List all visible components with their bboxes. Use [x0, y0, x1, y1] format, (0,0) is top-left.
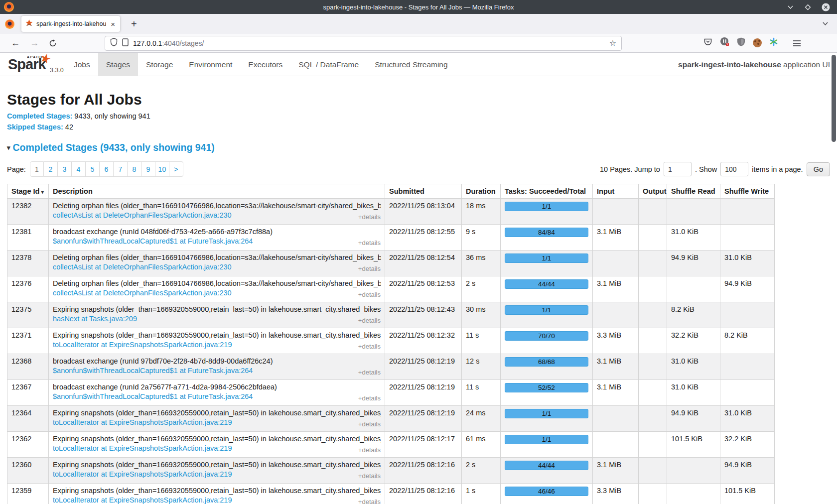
details-toggle[interactable]: +details	[358, 239, 381, 247]
stage-callsite-link[interactable]: toLocalIterator at ExpireSnapshotsSparkA…	[53, 418, 232, 426]
page-button[interactable]: 1	[30, 161, 44, 177]
page-button[interactable]: 6	[100, 161, 114, 177]
input-cell: 3.1 MiB	[593, 380, 639, 406]
spark-nav-item[interactable]: Jobs	[66, 53, 98, 76]
close-icon[interactable]	[822, 3, 830, 11]
header-output[interactable]: Output	[639, 184, 667, 199]
details-toggle[interactable]: +details	[358, 265, 381, 272]
shuffle-write-cell: 94.9 KiB	[720, 276, 775, 302]
header-duration[interactable]: Duration	[462, 184, 501, 199]
pocket-icon[interactable]	[703, 37, 712, 48]
tasks-cell: 1/1	[501, 406, 593, 432]
completed-stages-section-header[interactable]: ▾Completed Stages (9433, only showing 94…	[7, 142, 830, 153]
header-shuffle-read[interactable]: Shuffle Read	[667, 184, 720, 199]
bookmark-star-icon[interactable]: ☆	[609, 38, 616, 48]
details-toggle[interactable]: +details	[358, 394, 381, 402]
spark-nav-item[interactable]: Environment	[181, 53, 240, 76]
page-button[interactable]: 9	[141, 161, 155, 177]
details-toggle[interactable]: +details	[358, 317, 381, 324]
header-tasks[interactable]: Tasks: Succeeded/Total	[501, 184, 593, 199]
details-toggle[interactable]: +details	[358, 343, 381, 350]
url-bar[interactable]: 127.0.0.1:4040/stages/ ☆	[105, 36, 622, 51]
cookie-icon[interactable]	[753, 38, 762, 47]
details-toggle[interactable]: +details	[358, 213, 381, 221]
spark-nav-item[interactable]: Executors	[240, 53, 290, 76]
details-toggle[interactable]: +details	[358, 369, 381, 376]
page-button[interactable]: 5	[86, 161, 100, 177]
details-toggle[interactable]: +details	[358, 472, 381, 480]
scrollbar-thumb[interactable]	[832, 55, 836, 142]
back-icon[interactable]: ←	[6, 38, 25, 48]
stage-callsite-link[interactable]: collectAsList at DeleteOrphanFilesSparkA…	[53, 289, 232, 297]
stage-callsite-link[interactable]: $anonfun$withThreadLocalCaptured$1 at Fu…	[53, 392, 253, 400]
stage-description: Expiring snapshots (older_than=166932055…	[53, 305, 381, 313]
details-toggle[interactable]: +details	[358, 420, 381, 428]
ublock-shield-icon[interactable]	[737, 37, 745, 48]
spark-nav-item[interactable]: Storage	[138, 53, 181, 76]
header-input[interactable]: Input	[593, 184, 639, 199]
stage-callsite-link[interactable]: toLocalIterator at ExpireSnapshotsSparkA…	[53, 444, 232, 452]
items-per-page-input[interactable]	[720, 162, 748, 176]
header-submitted[interactable]: Submitted	[385, 184, 462, 199]
details-toggle[interactable]: +details	[358, 446, 381, 454]
stage-callsite-link[interactable]: toLocalIterator at ExpireSnapshotsSparkA…	[53, 341, 232, 349]
header-description[interactable]: Description	[49, 184, 385, 199]
page-button[interactable]: 2	[44, 161, 58, 177]
input-cell: 3.1 MiB	[593, 354, 639, 380]
tasks-progress-bar: 44/44	[505, 279, 588, 289]
spark-nav-item[interactable]: Stages	[98, 53, 138, 76]
shield-icon[interactable]	[110, 38, 118, 48]
page-info-icon[interactable]	[122, 38, 129, 48]
stage-callsite-link[interactable]: collectAsList at DeleteOrphanFilesSparkA…	[53, 211, 232, 219]
shuffle-write-cell	[720, 354, 775, 380]
stage-id-cell: 12360	[7, 458, 49, 484]
stage-row: 12376 Deleting orphan files (older_than=…	[7, 276, 775, 302]
asterisk-extension-icon[interactable]	[769, 37, 778, 48]
page-button[interactable]: 3	[58, 161, 72, 177]
skipped-stages-link[interactable]: Skipped Stages:	[7, 123, 63, 131]
stage-row: 12375 Expiring snapshots (older_than=166…	[7, 302, 775, 328]
minimize-icon[interactable]	[787, 3, 794, 11]
input-cell	[593, 302, 639, 328]
header-stage-id[interactable]: Stage Id▾	[7, 184, 49, 199]
spark-nav-item[interactable]: Structured Streaming	[367, 53, 455, 76]
reload-icon[interactable]	[44, 39, 62, 47]
stage-callsite-link[interactable]: $anonfun$withThreadLocalCaptured$1 at Fu…	[53, 367, 253, 375]
stage-callsite-link[interactable]: $anonfun$withThreadLocalCaptured$1 at Fu…	[53, 237, 253, 245]
details-toggle[interactable]: +details	[358, 291, 381, 298]
stage-callsite-link[interactable]: toLocalIterator at ExpireSnapshotsSparkA…	[53, 470, 232, 478]
tab-close-icon[interactable]: ×	[110, 20, 116, 28]
stage-row: 12367 broadcast exchange (runId 2a75677f…	[7, 380, 775, 406]
stage-callsite-link[interactable]: hasNext at Tasks.java:209	[53, 315, 137, 323]
stage-id-cell: 12371	[7, 328, 49, 354]
stage-id-cell: 12359	[7, 484, 49, 504]
page-button[interactable]: 4	[72, 161, 86, 177]
new-tab-button[interactable]: +	[128, 18, 140, 30]
go-button[interactable]: Go	[807, 162, 830, 176]
page-button[interactable]: 7	[114, 161, 128, 177]
spark-nav-item[interactable]: SQL / DataFrame	[290, 53, 367, 76]
stage-description: Deleting orphan files (older_than=166910…	[53, 202, 381, 210]
browser-tab[interactable]: spark-ingest-into-lakehous ×	[21, 16, 120, 32]
stage-id-cell: 12376	[7, 276, 49, 302]
tab-title: spark-ingest-into-lakehous	[36, 20, 106, 27]
tab-list-chevron-icon[interactable]	[822, 20, 829, 29]
page-button[interactable]: 10	[155, 161, 169, 177]
window-titlebar: spark-ingest-into-lakehouse - Stages for…	[0, 0, 837, 14]
spark-header: APACHE Spark ★ 3.3.0 Jobs Stages Storage…	[0, 53, 837, 76]
containers-icon[interactable]	[720, 37, 729, 48]
details-toggle[interactable]: +details	[358, 498, 381, 504]
stage-callsite-link[interactable]: collectAsList at DeleteOrphanFilesSparkA…	[53, 263, 232, 271]
header-shuffle-write[interactable]: Shuffle Write	[720, 184, 775, 199]
page-button[interactable]: 8	[128, 161, 141, 177]
tasks-cell: 70/70	[501, 328, 593, 354]
shuffle-write-cell: 101.5 KiB	[720, 484, 775, 504]
jump-to-input[interactable]	[664, 162, 692, 176]
maximize-icon[interactable]	[804, 3, 812, 11]
stage-row: 12362 Expiring snapshots (older_than=166…	[7, 432, 775, 458]
stage-callsite-link[interactable]: toLocalIterator at ExpireSnapshotsSparkA…	[53, 496, 232, 504]
completed-stages-link[interactable]: Completed Stages:	[7, 112, 72, 120]
duration-cell: 11 s	[462, 328, 501, 354]
menu-hamburger-icon[interactable]	[793, 40, 801, 49]
page-button[interactable]: >	[169, 161, 183, 177]
